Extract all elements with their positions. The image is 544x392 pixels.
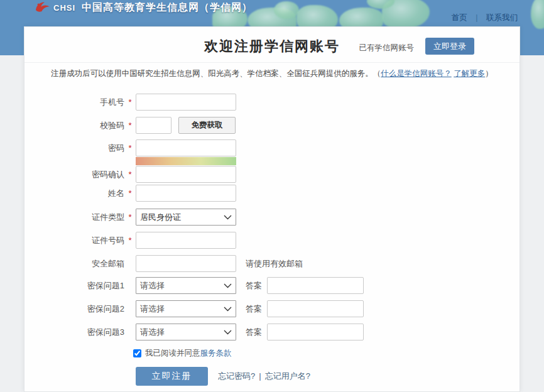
site-title: 中国高等教育学生信息网（学信网）: [82, 1, 253, 14]
security-question-2-row: 密保问题2 请选择 答案: [24, 300, 364, 317]
get-captcha-button[interactable]: 免费获取: [178, 117, 236, 134]
register-button[interactable]: 立即注册: [136, 367, 208, 386]
intro-text-before: 注册成功后可以使用中国研究生招生信息网、阳光高考、学信档案、全国征兵网提供的服务…: [51, 69, 381, 78]
email-input[interactable]: [136, 255, 236, 272]
registration-page: CHSI 中国高等教育学生信息网（学信网） 首页 | 联系我们 欢迎注册学信网账…: [0, 0, 544, 392]
captcha-label: 校验码: [24, 120, 124, 131]
required-mark: *: [126, 188, 134, 198]
id-number-input[interactable]: [136, 232, 236, 249]
nav-divider: |: [476, 13, 477, 22]
chsi-logo-text: CHSI: [53, 3, 75, 13]
chsi-logo-icon: [35, 1, 51, 13]
agree-terms-checkbox[interactable]: [133, 349, 141, 357]
intro-text-after: ）: [485, 69, 493, 78]
required-mark: *: [126, 170, 134, 179]
what-is-account-link[interactable]: 什么是学信网账号？: [381, 69, 452, 78]
required-mark: *: [126, 97, 134, 107]
id-type-selected-value: 居民身份证: [140, 212, 181, 222]
forgot-divider: |: [259, 371, 261, 381]
email-label: 安全邮箱: [24, 258, 124, 270]
answer-2-label: 答案: [246, 303, 262, 315]
header-nav: 首页 | 联系我们: [452, 13, 518, 23]
captcha-input[interactable]: [136, 117, 171, 134]
security-question-1-select[interactable]: 请选择: [136, 277, 236, 294]
submit-row: 立即注册 忘记密码?|忘记用户名?: [136, 367, 310, 386]
required-mark: *: [126, 121, 134, 130]
security-question-3-row: 密保问题3 请选择 答案: [24, 324, 364, 340]
mobile-input[interactable]: [136, 94, 236, 111]
intro-text: 注册成功后可以使用中国研究生招生信息网、阳光高考、学信档案、全国征兵网提供的服务…: [24, 68, 520, 79]
register-panel: 欢迎注册学信网账号 已有学信网账号 立即登录 注册成功后可以使用中国研究生招生信…: [24, 26, 520, 392]
agree-terms-row: 我已阅读并同意服务条款: [133, 348, 232, 359]
captcha-row: 校验码 * 免费获取: [24, 117, 236, 134]
password-confirm-row: 密码确认 *: [24, 166, 236, 183]
mobile-label: 手机号: [24, 97, 124, 108]
security-question-3-label: 密保问题3: [24, 327, 124, 338]
header-decoration: [531, 0, 544, 29]
name-row: 姓名 *: [24, 185, 236, 202]
chevron-down-icon: [224, 283, 232, 288]
title-divider: [24, 62, 520, 63]
answer-2-input[interactable]: [267, 300, 364, 317]
required-mark: *: [126, 143, 134, 153]
password-confirm-input[interactable]: [136, 166, 236, 183]
chevron-down-icon: [224, 330, 232, 335]
security-question-3-value: 请选择: [140, 327, 165, 337]
email-hint: 请使用有效邮箱: [246, 258, 303, 270]
id-type-select[interactable]: 居民身份证: [136, 209, 236, 226]
answer-1-input[interactable]: [267, 277, 364, 294]
terms-link[interactable]: 服务条款: [200, 348, 232, 359]
id-type-row: 证件类型 * 居民身份证: [24, 209, 236, 226]
security-question-3-select[interactable]: 请选择: [136, 324, 236, 340]
required-mark: *: [126, 212, 134, 222]
email-row: 安全邮箱 请使用有效邮箱: [24, 255, 303, 272]
login-button[interactable]: 立即登录: [425, 38, 474, 55]
nav-home-link[interactable]: 首页: [452, 13, 467, 22]
password-confirm-label: 密码确认: [24, 169, 124, 180]
chevron-down-icon: [224, 307, 232, 312]
nav-contact-link[interactable]: 联系我们: [486, 13, 518, 22]
answer-1-label: 答案: [246, 280, 262, 291]
security-question-2-value: 请选择: [140, 304, 165, 313]
security-question-1-value: 请选择: [140, 281, 165, 290]
learn-more-link[interactable]: 了解更多: [454, 69, 485, 78]
name-input[interactable]: [136, 185, 236, 202]
security-question-1-row: 密保问题1 请选择 答案: [24, 277, 364, 294]
name-label: 姓名: [24, 188, 124, 199]
security-question-1-label: 密保问题1: [24, 280, 124, 291]
security-question-2-label: 密保问题2: [24, 303, 124, 315]
answer-3-label: 答案: [246, 327, 262, 338]
have-account-text: 已有学信网账号: [359, 43, 415, 53]
mobile-row: 手机号 *: [24, 94, 236, 111]
forgot-links: 忘记密码?|忘记用户名?: [218, 371, 310, 382]
chevron-down-icon: [224, 215, 232, 220]
security-question-2-select[interactable]: 请选择: [136, 300, 236, 317]
id-number-label: 证件号码: [24, 235, 124, 246]
password-label: 密码: [24, 143, 124, 154]
id-number-row: 证件号码 *: [24, 232, 236, 249]
agree-text: 我已阅读并同意: [145, 348, 200, 359]
header-decoration: [274, 1, 299, 19]
answer-3-input[interactable]: [267, 324, 364, 340]
site-brand: CHSI 中国高等教育学生信息网（学信网）: [35, 0, 253, 15]
password-input[interactable]: [136, 139, 236, 156]
password-row: 密码 *: [24, 139, 236, 156]
id-type-label: 证件类型: [24, 212, 124, 223]
forgot-username-link[interactable]: 忘记用户名?: [265, 371, 310, 381]
required-mark: *: [126, 236, 134, 245]
forgot-password-link[interactable]: 忘记密码?: [218, 371, 255, 381]
password-strength-bar: [136, 157, 236, 165]
